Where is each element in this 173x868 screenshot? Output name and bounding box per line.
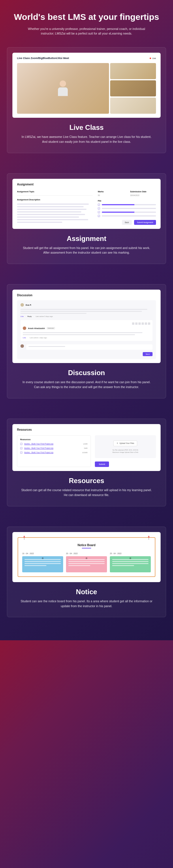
feature-title: Assignment xyxy=(12,235,161,243)
feature-resources: Resources Resources Asstes - Build Your … xyxy=(7,418,166,506)
toolbar-icon[interactable] xyxy=(142,322,144,325)
avatar xyxy=(23,327,26,330)
user-name: Arash Ahadzadeh xyxy=(28,327,45,329)
live-dot-icon xyxy=(150,58,151,59)
pin-icon xyxy=(22,535,26,540)
link-icon xyxy=(20,443,23,445)
toolbar-icon[interactable] xyxy=(132,322,134,325)
video-thumb xyxy=(110,63,156,79)
resource-link[interactable]: Asstes - Build Your First Project.zip xyxy=(24,452,81,454)
notice-item xyxy=(66,556,107,572)
discussion-card-title: Discussion xyxy=(17,293,156,297)
feature-desc: In every course student can see the disc… xyxy=(20,380,153,390)
user-name: Eva P. xyxy=(26,304,31,306)
resource-item: Asstes - Build Your First Project.zip 12… xyxy=(20,443,88,445)
feature-live-class: Live Class Zoom/BigBlueButton/Jitsi Meet… xyxy=(7,47,166,153)
meta-text: Last active 3 days ago xyxy=(35,315,53,317)
notice-item xyxy=(110,556,151,572)
resource-link[interactable]: Asstes - Build Your First Project.zip xyxy=(24,447,82,449)
link-icon xyxy=(98,215,100,217)
feature-desc: In LMSZai, we have awesome Live Class fe… xyxy=(20,134,153,144)
feature-title: Resources xyxy=(12,477,161,485)
like-button[interactable]: Like xyxy=(23,337,26,339)
live-class-card: Live Class Zoom/BigBlueButton/Jitsi Meet… xyxy=(12,53,161,118)
resources-card: Resources Resources Asstes - Build Your … xyxy=(12,424,161,471)
resource-link[interactable]: Asstes - Build Your First Project.zip xyxy=(24,443,81,445)
assignment-card-title: Assignment xyxy=(17,183,156,186)
video-thumb xyxy=(110,80,156,96)
feature-desc: Student can see the notice board from hi… xyxy=(20,599,153,609)
instructor-badge: Instructor xyxy=(47,327,55,329)
reply-button[interactable]: Reply xyxy=(27,315,32,317)
upload-button[interactable]: ⇪ Upload Your Files xyxy=(113,440,137,446)
resource-size: 12MB xyxy=(83,443,88,445)
upload-hint: No File selected (PDF, DOC, DOCX) Maximu… xyxy=(98,449,153,454)
feature-notice: Notice Board 16 - 04 - 2022 20 - 04 - 20… xyxy=(7,527,166,618)
toolbar-icon[interactable] xyxy=(145,322,147,325)
video-thumb xyxy=(110,98,156,114)
resource-item: Asstes - Build Your First Project.zip 10… xyxy=(20,452,88,454)
submit-button[interactable]: Submit xyxy=(95,462,109,467)
assignment-card: Assignment Assignment Topic Assignment D… xyxy=(12,179,161,229)
feature-title: Discussion xyxy=(12,369,161,377)
resource-size: 102MB xyxy=(82,452,88,454)
submit-assignment-button[interactable]: Submit Assignment xyxy=(134,220,156,225)
upload-icon: ⇪ xyxy=(116,442,118,444)
feature-desc: Student can get all the course related r… xyxy=(20,488,153,497)
resources-card-title: Resources xyxy=(17,428,156,431)
video-main xyxy=(17,63,109,114)
notice-date: 25 - 04 - 2022 xyxy=(110,553,151,555)
page-subtitle: Whether you're a university professor, p… xyxy=(23,27,150,36)
notice-board-title: Notice Board xyxy=(22,544,151,547)
resource-size: 5MB xyxy=(84,447,87,449)
link-icon xyxy=(98,204,100,206)
reply-input[interactable] xyxy=(26,344,152,350)
toolbar-icon[interactable] xyxy=(148,322,150,325)
link-icon xyxy=(98,211,100,213)
feature-assignment: Assignment Assignment Topic Assignment D… xyxy=(7,173,166,264)
resources-list-title: Resources xyxy=(20,438,88,440)
avatar xyxy=(21,344,24,348)
desc-label: Assignment Description xyxy=(17,199,92,201)
meta-text: Last active 1 days ago xyxy=(30,337,47,339)
discussion-card: Discussion Eva P. Like · Reply · Last ac… xyxy=(12,290,161,363)
marks-value: 50 xyxy=(98,194,124,196)
topic-label: Assignment Topic xyxy=(17,191,92,193)
notice-card: Notice Board 16 - 04 - 2022 20 - 04 - 20… xyxy=(12,532,161,582)
notice-item xyxy=(22,556,63,572)
feature-title: Notice xyxy=(12,588,161,596)
page-title: World's best LMS at your fingertips xyxy=(7,11,166,23)
avatar xyxy=(21,303,24,307)
date-label: Submission Date xyxy=(130,191,156,193)
date-value: 20/04/2022 xyxy=(130,194,156,196)
link-icon xyxy=(20,447,23,450)
notice-date: 16 - 04 - 2022 xyxy=(22,553,63,555)
back-button[interactable]: Back xyxy=(122,220,132,225)
file-label: File xyxy=(98,200,156,202)
feature-title: Live Class xyxy=(12,124,161,131)
live-class-card-title: Live Class Zoom/BigBlueButton/Jitsi Meet xyxy=(17,57,69,60)
link-icon xyxy=(98,207,100,210)
resource-item: Asstes - Build Your First Project.zip 5M… xyxy=(20,447,88,450)
feature-discussion: Discussion Eva P. Like · Reply · Last ac… xyxy=(7,284,166,398)
like-button[interactable]: Like xyxy=(21,315,24,317)
feature-desc: Student will get the all assignment from… xyxy=(20,246,153,255)
live-badge-text: Live xyxy=(152,57,156,59)
pin-icon xyxy=(147,535,151,540)
notice-date: 20 - 04 - 2022 xyxy=(66,553,107,555)
live-badge: Live xyxy=(150,57,156,59)
send-button[interactable]: Send xyxy=(143,352,152,356)
toolbar-icon[interactable] xyxy=(138,322,141,325)
toolbar-icon[interactable] xyxy=(135,322,138,325)
link-icon xyxy=(20,452,23,454)
marks-label: Marks xyxy=(98,191,124,193)
